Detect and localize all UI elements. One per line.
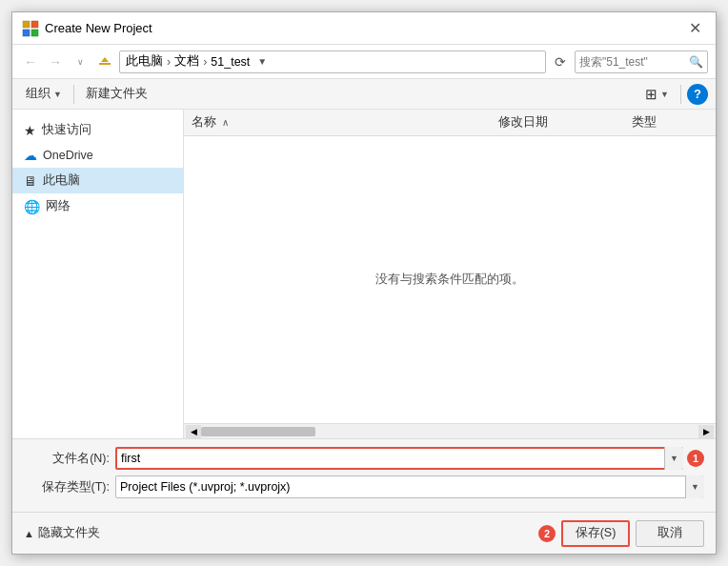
step-badge-1: 1 xyxy=(687,450,704,467)
organize-button[interactable]: 组织 ▼ xyxy=(20,82,68,107)
breadcrumb-folder: 51_test xyxy=(211,55,250,69)
title-bar: Create New Project ✕ xyxy=(12,12,716,45)
svg-rect-3 xyxy=(31,30,38,36)
filename-input[interactable] xyxy=(115,447,683,470)
thispc-icon: 🖥 xyxy=(24,173,37,189)
close-button[interactable]: ✕ xyxy=(683,17,706,40)
filename-row: 文件名(N): ▼ 1 xyxy=(24,447,704,470)
column-headers: 名称 ∧ 修改日期 类型 xyxy=(184,110,716,136)
col-header-type[interactable]: 类型 xyxy=(632,114,708,131)
sidebar-label-quickaccess: 快速访问 xyxy=(42,122,91,138)
up-icon xyxy=(98,55,111,69)
search-box[interactable]: 🔍 xyxy=(575,51,708,73)
view-button[interactable]: ⊞ ▼ xyxy=(639,82,675,107)
filename-label: 文件名(N): xyxy=(24,451,110,467)
organize-dropdown-icon: ▼ xyxy=(53,90,62,99)
sidebar-item-network[interactable]: 🌐 网络 xyxy=(12,193,183,219)
empty-message: 没有与搜索条件匹配的项。 xyxy=(375,272,524,288)
svg-rect-1 xyxy=(31,21,38,28)
organize-label: 组织 xyxy=(26,86,51,102)
breadcrumb[interactable]: 此电脑 › 文档 › 51_test ▼ xyxy=(119,51,546,73)
svg-rect-4 xyxy=(99,63,111,65)
help-label: ? xyxy=(694,87,701,101)
view-icon: ⊞ xyxy=(645,86,657,103)
svg-rect-2 xyxy=(23,30,30,36)
sidebar: ★ 快速访问 ☁ OneDrive 🖥 此电脑 🌐 网络 xyxy=(12,110,184,438)
filename-input-container: ▼ xyxy=(115,447,683,470)
file-area: 名称 ∧ 修改日期 类型 没有与搜索条件匹配的项。 ◀ xyxy=(184,110,716,438)
bottom-actions: ▲ 隐藏文件夹 2 保存(S) 取消 xyxy=(12,512,716,554)
dropdown-button[interactable]: ∨ xyxy=(70,51,91,72)
svg-marker-5 xyxy=(101,57,109,62)
action-buttons: 2 保存(S) 取消 xyxy=(535,520,704,547)
breadcrumb-dropdown-icon[interactable]: ▼ xyxy=(257,56,267,67)
toolbar-separator xyxy=(73,85,74,104)
help-button[interactable]: ? xyxy=(687,84,708,105)
network-icon: 🌐 xyxy=(24,199,40,214)
view-dropdown-icon: ▼ xyxy=(660,90,669,99)
sidebar-label-onedrive: OneDrive xyxy=(43,149,93,162)
horizontal-scrollbar[interactable]: ◀ ▶ xyxy=(184,423,716,438)
up-button[interactable] xyxy=(94,51,115,72)
filetype-row: 保存类型(T): Project Files (*.uvproj; *.uvpr… xyxy=(24,475,704,498)
filename-dropdown-button[interactable]: ▼ xyxy=(664,447,683,470)
main-content: ★ 快速访问 ☁ OneDrive 🖥 此电脑 🌐 网络 名称 ∧ xyxy=(12,110,716,438)
dialog-title: Create New Project xyxy=(45,21,683,35)
hide-folder-label: 隐藏文件夹 xyxy=(38,525,100,541)
new-folder-button[interactable]: 新建文件夹 xyxy=(80,82,153,107)
back-button[interactable]: ← xyxy=(20,51,41,72)
hide-folder-button[interactable]: ▲ 隐藏文件夹 xyxy=(24,525,100,541)
sidebar-label-network: 网络 xyxy=(46,198,71,214)
scroll-left-button[interactable]: ◀ xyxy=(186,425,201,438)
file-list: 没有与搜索条件匹配的项。 xyxy=(184,136,716,423)
sidebar-item-onedrive[interactable]: ☁ OneDrive xyxy=(12,143,183,168)
breadcrumb-sep-1: › xyxy=(167,55,171,69)
toolbar-separator-2 xyxy=(680,85,681,104)
scroll-right-button[interactable]: ▶ xyxy=(698,425,714,438)
hide-folder-arrow: ▲ xyxy=(24,528,34,539)
search-input[interactable] xyxy=(579,55,686,69)
sidebar-label-thispc: 此电脑 xyxy=(43,172,80,189)
app-icon xyxy=(22,20,39,37)
filetype-select[interactable]: Project Files (*.uvproj; *.uvprojx) xyxy=(115,475,704,498)
search-icon[interactable]: 🔍 xyxy=(689,55,703,69)
sort-arrow-icon: ∧ xyxy=(222,117,229,128)
new-folder-label: 新建文件夹 xyxy=(86,86,148,102)
scroll-thumb[interactable] xyxy=(201,427,315,436)
svg-rect-0 xyxy=(23,21,30,28)
breadcrumb-sep-2: › xyxy=(203,55,207,69)
filetype-label: 保存类型(T): xyxy=(24,479,110,495)
step-badge-2: 2 xyxy=(538,525,556,542)
toolbar: 组织 ▼ 新建文件夹 ⊞ ▼ ? xyxy=(12,79,716,110)
forward-button[interactable]: → xyxy=(45,51,66,72)
save-button[interactable]: 保存(S) xyxy=(561,520,630,547)
dialog-window: Create New Project ✕ ← → ∨ 此电脑 › 文档 › 51… xyxy=(11,11,717,555)
scroll-track[interactable] xyxy=(201,425,698,438)
col-header-name[interactable]: 名称 ∧ xyxy=(192,114,498,131)
breadcrumb-docs: 文档 xyxy=(174,53,199,70)
navigation-bar: ← → ∨ 此电脑 › 文档 › 51_test ▼ ⟳ 🔍 xyxy=(12,45,716,79)
sidebar-item-quickaccess[interactable]: ★ 快速访问 xyxy=(12,117,183,143)
col-header-date[interactable]: 修改日期 xyxy=(498,114,632,131)
sidebar-item-thispc[interactable]: 🖥 此电脑 xyxy=(12,168,183,193)
breadcrumb-thispc: 此电脑 xyxy=(126,53,163,70)
refresh-button[interactable]: ⟳ xyxy=(550,51,571,72)
filetype-select-container: Project Files (*.uvproj; *.uvprojx) ▼ xyxy=(115,475,704,498)
bottom-form: 文件名(N): ▼ 1 保存类型(T): Project Files (*.uv… xyxy=(12,438,716,512)
quickaccess-icon: ★ xyxy=(24,123,36,138)
onedrive-icon: ☁ xyxy=(24,148,37,163)
cancel-button[interactable]: 取消 xyxy=(636,520,704,547)
